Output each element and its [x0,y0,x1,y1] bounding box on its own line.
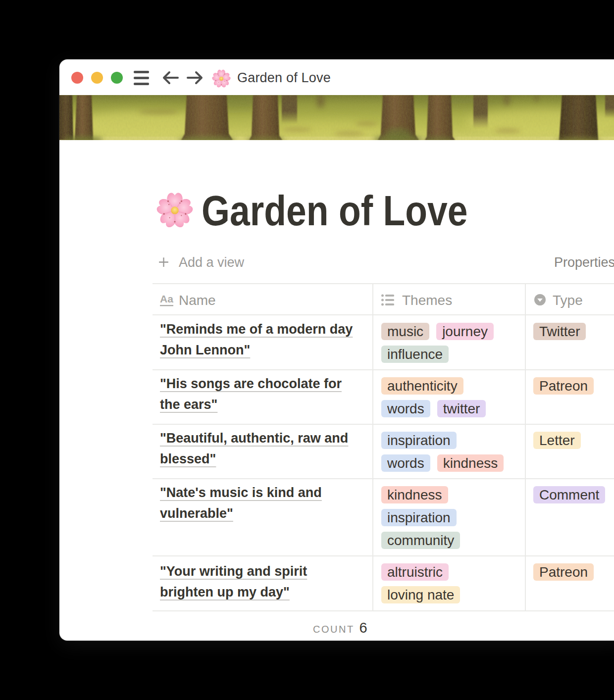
svg-text:Aa: Aa [160,293,173,304]
